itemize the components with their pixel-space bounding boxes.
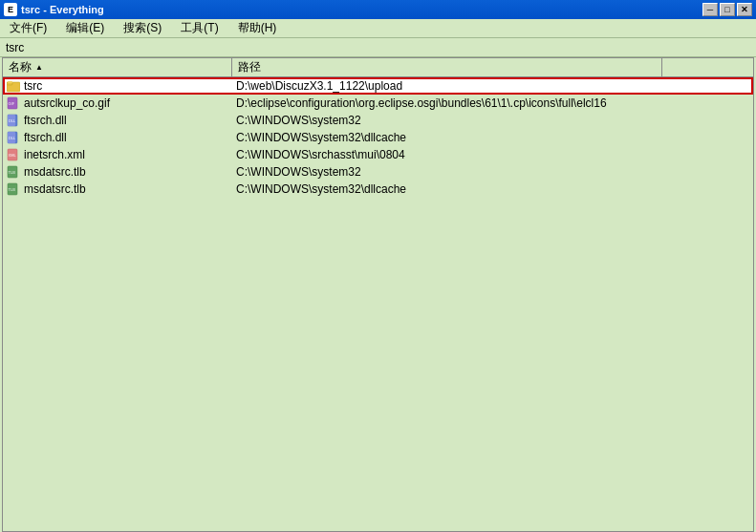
file-name-cell: DLLftsrch.dll (3, 130, 232, 145)
svg-text:DLL: DLL (9, 136, 16, 140)
maximize-button[interactable]: □ (720, 3, 735, 16)
file-name-cell: TLBmsdatsrc.tlb (3, 181, 232, 197)
window-title: tsrc - Everything (21, 4, 104, 15)
close-button[interactable]: ✕ (737, 3, 752, 16)
table-row[interactable]: tsrcD:\web\DiscuzX3.1_1122\upload (3, 77, 753, 95)
app-icon: E (4, 3, 17, 16)
file-name-text: msdatsrc.tlb (24, 165, 86, 179)
file-list[interactable]: tsrcD:\web\DiscuzX3.1_1122\uploadGIFauts… (3, 77, 753, 531)
file-icon-dll: DLL (7, 131, 20, 144)
file-name-text: autsrclkup_co.gif (24, 96, 110, 110)
title-bar-left: E tsrc - Everything (4, 3, 104, 16)
svg-rect-2 (8, 81, 12, 83)
svg-text:GIF: GIF (9, 101, 15, 106)
breadcrumb-text: tsrc (6, 41, 24, 54)
file-icon-tlb: TLB (7, 182, 20, 196)
column-headers: 名称 ▲ 路径 (3, 58, 753, 77)
file-icon-gif: GIF (7, 96, 20, 110)
file-name-cell: GIFautsrclkup_co.gif (3, 96, 232, 111)
svg-text:DLL: DLL (9, 118, 16, 123)
table-row[interactable]: TLBmsdatsrc.tlbC:\WINDOWS\system32 (3, 163, 753, 181)
menu-tools[interactable]: 工具(T) (175, 19, 224, 37)
table-row[interactable]: TLBmsdatsrc.tlbC:\WINDOWS\system32\dllca… (3, 181, 753, 198)
table-row[interactable]: DLLftsrch.dllC:\WINDOWS\system32\dllcach… (3, 129, 753, 146)
file-icon-folder (7, 79, 20, 93)
svg-text:TLB: TLB (9, 170, 16, 175)
menu-edit[interactable]: 编辑(E) (60, 19, 110, 37)
file-name-cell: XMLinetsrch.xml (3, 147, 232, 162)
file-name-cell: TLBmsdatsrc.tlb (3, 164, 232, 180)
file-path-cell: C:\WINDOWS\system32 (232, 113, 753, 128)
file-icon-dll: DLL (7, 114, 20, 127)
file-icon-xml: XML (7, 148, 20, 161)
file-name-text: ftsrch.dll (24, 131, 67, 144)
file-name-text: msdatsrc.tlb (24, 182, 86, 196)
file-path-cell: C:\WINDOWS\system32\dllcache (232, 130, 753, 145)
file-icon-tlb: TLB (7, 165, 20, 179)
table-row[interactable]: GIFautsrclkup_co.gifD:\eclipse\configura… (3, 95, 753, 112)
file-name-text: ftsrch.dll (24, 114, 67, 127)
file-path-cell: C:\WINDOWS\srchasst\mui\0804 (232, 147, 753, 162)
file-path-cell: C:\WINDOWS\system32\dllcache (232, 181, 753, 197)
window-controls[interactable]: ─ □ ✕ (702, 3, 752, 16)
file-path-cell: D:\web\DiscuzX3.1_1122\upload (232, 78, 753, 94)
column-header-path[interactable]: 路径 (232, 58, 662, 76)
svg-text:TLB: TLB (9, 187, 16, 192)
file-path-cell: C:\WINDOWS\system32 (232, 164, 753, 180)
file-name-text: tsrc (24, 79, 42, 93)
menu-file[interactable]: 文件(F) (4, 19, 53, 37)
menu-help[interactable]: 帮助(H) (232, 19, 283, 37)
file-name-cell: DLLftsrch.dll (3, 113, 232, 128)
minimize-button[interactable]: ─ (702, 3, 718, 16)
svg-text:XML: XML (9, 153, 17, 158)
file-name-cell: tsrc (3, 78, 232, 94)
title-bar: E tsrc - Everything ─ □ ✕ (0, 0, 756, 19)
file-name-text: inetsrch.xml (24, 148, 85, 161)
main-panel: 名称 ▲ 路径 tsrcD:\web\DiscuzX3.1_1122\uploa… (2, 57, 754, 532)
table-row[interactable]: DLLftsrch.dllC:\WINDOWS\system32 (3, 112, 753, 129)
menu-search[interactable]: 搜索(S) (118, 19, 167, 37)
menu-bar: 文件(F) 编辑(E) 搜索(S) 工具(T) 帮助(H) (0, 19, 756, 38)
column-header-name[interactable]: 名称 ▲ (3, 58, 232, 76)
breadcrumb-bar: tsrc (0, 38, 756, 57)
table-row[interactable]: XMLinetsrch.xmlC:\WINDOWS\srchasst\mui\0… (3, 146, 753, 163)
file-path-cell: D:\eclipse\configuration\org.eclipse.osg… (232, 96, 753, 111)
sort-arrow-name: ▲ (35, 63, 43, 72)
